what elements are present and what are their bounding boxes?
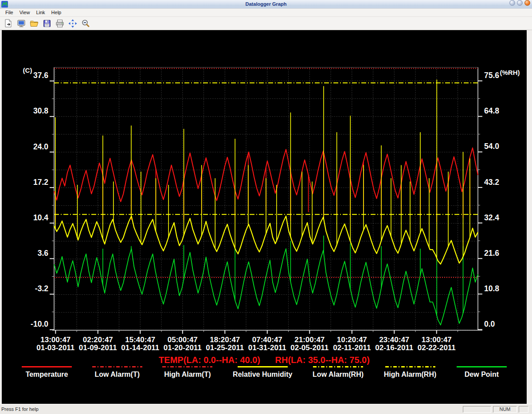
- svg-text:3.6: 3.6: [38, 249, 49, 258]
- y-axis-left: (C)37.630.824.017.210.43.6-3.2-10.0: [23, 66, 54, 330]
- status-panel-num: NUM: [493, 406, 517, 413]
- legend-line-sample: [162, 366, 212, 367]
- zoom-out-icon: [81, 19, 90, 28]
- svg-text:13:00:47: 13:00:47: [40, 336, 70, 344]
- svg-text:43.2: 43.2: [484, 178, 499, 187]
- legend-item: Relative Humidity: [233, 364, 292, 379]
- menu-item-help[interactable]: Help: [48, 9, 65, 16]
- window-title: Datalogger Graph: [0, 1, 532, 7]
- svg-text:02-16-2011: 02-16-2011: [375, 344, 413, 352]
- legend-item: Low Alarm(T): [92, 364, 142, 379]
- legend-label: Temperature: [26, 371, 68, 379]
- svg-text:07:40:47: 07:40:47: [252, 336, 282, 344]
- svg-text:75.6: 75.6: [484, 71, 499, 80]
- alarm-summary-rh: RH(LA: 35.0--HA: 75.0): [275, 355, 370, 365]
- titlebar: Datalogger Graph: [0, 0, 532, 8]
- export-data-button[interactable]: [3, 18, 14, 29]
- svg-text:10.8: 10.8: [484, 284, 499, 293]
- svg-text:(C): (C): [23, 66, 32, 74]
- svg-text:02:20:47: 02:20:47: [83, 336, 113, 344]
- svg-text:01-03-2011: 01-03-2011: [36, 344, 74, 352]
- svg-text:0.0: 0.0: [484, 320, 495, 328]
- legend-line-sample: [92, 366, 142, 367]
- y-axis-right: (%RH)75.664.854.043.232.421.610.80.0: [478, 69, 520, 330]
- maximize-button[interactable]: [517, 0, 523, 6]
- alarm-summary-temp: TEMP(LA: 0.0--HA: 40.0): [159, 355, 260, 365]
- legend-item: Low Alarm(RH): [313, 364, 364, 379]
- status-panel-empty: [463, 406, 491, 413]
- zoom-reset-icon: [68, 19, 78, 28]
- svg-text:(%RH): (%RH): [500, 69, 520, 76]
- svg-text:01-14-2011: 01-14-2011: [121, 344, 159, 352]
- menu-item-file[interactable]: File: [2, 9, 16, 16]
- print-icon: [55, 19, 65, 28]
- legend-line-sample: [238, 366, 288, 367]
- x-axis: 13:00:4701-03-201102:20:4701-09-201115:4…: [36, 330, 458, 352]
- svg-text:-3.2: -3.2: [35, 284, 48, 293]
- svg-text:02-11-2011: 02-11-2011: [333, 344, 371, 352]
- svg-text:01-09-2011: 01-09-2011: [79, 344, 117, 352]
- svg-text:01-25-2011: 01-25-2011: [206, 344, 244, 352]
- open-file-button[interactable]: [28, 18, 40, 29]
- legend-line-sample: [385, 366, 435, 367]
- svg-text:18:20:47: 18:20:47: [210, 336, 240, 344]
- app-window: Datalogger Graph File View Link Help: [0, 0, 532, 414]
- svg-text:24.0: 24.0: [33, 142, 48, 151]
- export-data-icon: [4, 19, 13, 28]
- svg-text:37.6: 37.6: [33, 71, 48, 80]
- svg-text:02-05-2011: 02-05-2011: [290, 344, 329, 352]
- realtime-monitor-icon: [16, 19, 26, 28]
- svg-text:17.2: 17.2: [33, 178, 48, 187]
- open-file-icon: [29, 19, 39, 28]
- zoom-out-button[interactable]: [80, 18, 91, 29]
- realtime-monitor-button[interactable]: [16, 18, 27, 29]
- client-area: (C)37.630.824.017.210.43.6-3.2-10.0(%RH)…: [0, 30, 532, 404]
- svg-text:21.6: 21.6: [484, 249, 499, 258]
- svg-text:05:00:47: 05:00:47: [168, 336, 198, 344]
- legend-item: High Alarm(T): [162, 364, 212, 379]
- legend-line-sample: [22, 366, 72, 367]
- svg-text:10.4: 10.4: [33, 213, 48, 222]
- legend-item: High Alarm(RH): [384, 364, 437, 379]
- window-controls: [509, 0, 530, 6]
- chart-svg[interactable]: (C)37.630.824.017.210.43.6-3.2-10.0(%RH)…: [2, 30, 527, 404]
- menu-item-link[interactable]: Link: [33, 9, 48, 16]
- save-file-button[interactable]: [41, 18, 53, 29]
- legend-label: High Alarm(T): [164, 371, 211, 379]
- legend-item: Dew Point: [457, 364, 507, 379]
- svg-text:01-20-2011: 01-20-2011: [164, 344, 202, 352]
- svg-text:21:00:47: 21:00:47: [294, 336, 325, 344]
- print-button[interactable]: [54, 18, 66, 29]
- svg-text:02-22-2011: 02-22-2011: [418, 344, 456, 352]
- save-file-icon: [42, 19, 52, 28]
- svg-text:23:40:47: 23:40:47: [379, 336, 409, 344]
- svg-text:54.0: 54.0: [484, 142, 499, 151]
- svg-text:32.4: 32.4: [484, 213, 499, 222]
- legend-label: Relative Humidity: [233, 371, 292, 379]
- svg-text:13:00:47: 13:00:47: [422, 336, 452, 344]
- status-panel-right: [519, 406, 528, 413]
- legend-label: High Alarm(RH): [384, 371, 437, 379]
- chart-legend: TemperatureLow Alarm(T)High Alarm(T)Rela…: [22, 364, 507, 379]
- svg-text:30.8: 30.8: [33, 106, 48, 115]
- legend-label: Low Alarm(T): [94, 371, 140, 379]
- legend-line-sample: [313, 366, 363, 367]
- menu-item-view[interactable]: View: [16, 9, 33, 16]
- chart-panel: (C)37.630.824.017.210.43.6-3.2-10.0(%RH)…: [2, 30, 527, 404]
- legend-line-sample: [457, 366, 507, 367]
- menubar: File View Link Help: [0, 8, 532, 17]
- legend-label: Low Alarm(RH): [313, 371, 364, 379]
- close-button[interactable]: [524, 0, 530, 6]
- statusbar: Press F1 for help NUM: [0, 404, 532, 414]
- svg-text:64.8: 64.8: [484, 106, 499, 115]
- zoom-reset-button[interactable]: [67, 18, 78, 29]
- svg-text:-10.0: -10.0: [31, 320, 48, 328]
- toolbar: [0, 17, 532, 30]
- minimize-button[interactable]: [509, 0, 515, 6]
- legend-item: Temperature: [22, 364, 72, 379]
- svg-text:10:20:47: 10:20:47: [337, 336, 367, 344]
- svg-text:01-31-2011: 01-31-2011: [248, 344, 286, 352]
- svg-text:15:40:47: 15:40:47: [125, 336, 155, 344]
- legend-label: Dew Point: [465, 371, 499, 379]
- status-help-text: Press F1 for help: [1, 406, 461, 412]
